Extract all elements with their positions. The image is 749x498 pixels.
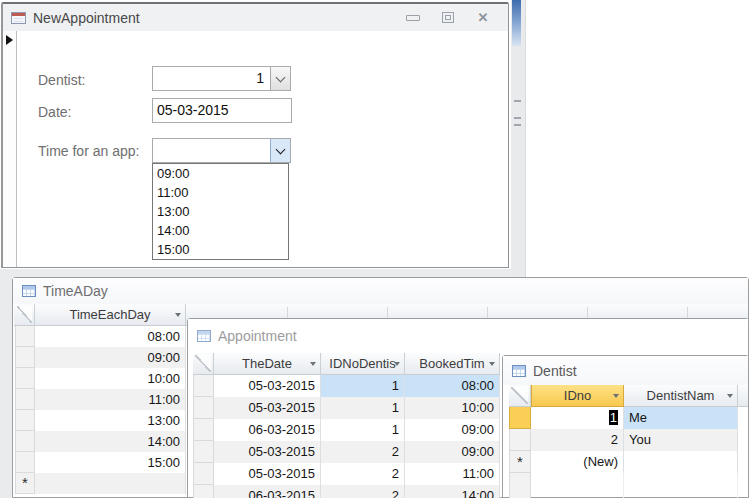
new-record-selector[interactable]: *	[509, 451, 531, 473]
record-selector[interactable]	[15, 326, 35, 347]
record-selector[interactable]	[193, 375, 214, 397]
record-selector[interactable]	[15, 452, 35, 473]
record-selector[interactable]	[15, 431, 35, 452]
time-combobox-dropdown-button[interactable]	[270, 139, 290, 162]
column-header-idnodentis[interactable]: IDNoDentis	[321, 353, 405, 375]
cell-dentistnam-new[interactable]	[624, 451, 738, 473]
newappointment-window-title: NewAppointment	[33, 10, 140, 26]
cell-idnodentis-selected[interactable]: 1	[321, 375, 405, 397]
cell-timeeachday[interactable]: 11:00	[35, 389, 186, 410]
select-all-corner[interactable]	[15, 304, 35, 326]
cell-timeeachday[interactable]: 14:00	[35, 431, 186, 452]
table-row: 11:00	[15, 389, 186, 410]
cell-bookedtim[interactable]: 14:00	[405, 485, 500, 498]
cell-thedate[interactable]: 05-03-2015	[214, 375, 321, 397]
cell-timeeachday[interactable]: 10:00	[35, 368, 186, 389]
dropdown-arrow-icon[interactable]	[175, 313, 181, 317]
dropdown-arrow-icon[interactable]	[310, 362, 316, 366]
time-option[interactable]: 14:00	[153, 221, 288, 240]
time-option[interactable]: 09:00	[153, 164, 288, 183]
record-selector[interactable]	[193, 397, 214, 419]
background-window-edge	[511, 0, 526, 278]
dropdown-arrow-icon[interactable]	[727, 394, 733, 398]
newappointment-titlebar[interactable]: NewAppointment	[3, 4, 508, 32]
date-field[interactable]: 05-03-2015	[152, 98, 292, 123]
cell-idno-new[interactable]: (New)	[531, 451, 624, 473]
dropdown-arrow-icon[interactable]	[613, 394, 619, 398]
cell-thedate[interactable]: 05-03-2015	[214, 441, 321, 463]
record-selector[interactable]	[15, 389, 35, 410]
time-option[interactable]: 15:00	[153, 240, 288, 259]
cell-thedate[interactable]: 06-03-2015	[214, 485, 321, 498]
workspace-background-left	[0, 277, 12, 498]
appointment-titlebar[interactable]: Appointment	[188, 319, 748, 353]
dentist-titlebar[interactable]: Dentist	[503, 356, 748, 385]
time-label: Time for an app:	[38, 139, 139, 164]
minimize-icon	[406, 15, 420, 21]
cell-idnodentis[interactable]: 2	[321, 463, 405, 485]
record-selector[interactable]	[193, 463, 214, 485]
table-row: 1 Me	[509, 407, 738, 429]
select-all-corner[interactable]	[193, 353, 214, 375]
current-record-icon	[6, 35, 13, 45]
minimize-button[interactable]	[402, 10, 424, 25]
restore-button[interactable]	[437, 10, 459, 25]
cell-bookedtim[interactable]: 09:00	[405, 419, 500, 441]
workspace-background-band	[0, 269, 512, 277]
column-header-dentistnam[interactable]: DentistNam	[624, 385, 738, 407]
column-header-bookedtim[interactable]: BookedTim	[405, 353, 500, 375]
cell-timeeachday[interactable]: 08:00	[35, 326, 186, 347]
timeaday-titlebar[interactable]: TimeADay	[13, 278, 748, 304]
column-header-thedate[interactable]: TheDate	[214, 353, 321, 375]
cell-idnodentis[interactable]: 2	[321, 441, 405, 463]
dropdown-arrow-icon[interactable]	[394, 362, 400, 366]
window-buttons	[402, 10, 494, 25]
current-record-selector[interactable]	[509, 407, 531, 429]
column-header-timeeachday[interactable]: TimeEachDay	[35, 304, 186, 326]
cell-bookedtim[interactable]: 09:00	[405, 441, 500, 463]
cell-idno[interactable]: 2	[531, 429, 624, 451]
cell-timeeachday[interactable]: 13:00	[35, 410, 186, 431]
dentist-combobox[interactable]: 1	[152, 66, 291, 91]
form-record-selector-bar[interactable]	[3, 31, 17, 267]
cell-idnodentis[interactable]: 1	[321, 419, 405, 441]
cell-idnodentis[interactable]: 1	[321, 397, 405, 419]
record-selector[interactable]	[509, 429, 531, 451]
cell-timeeachday[interactable]: 09:00	[35, 347, 186, 368]
diagonal-icon	[17, 306, 32, 323]
newappointment-window: NewAppointment Dentist: 1 Date: 05-03-20…	[1, 2, 509, 268]
record-selector[interactable]	[15, 347, 35, 368]
record-selector[interactable]	[193, 485, 214, 498]
new-record-selector[interactable]: *	[15, 473, 35, 494]
cell-bookedtim[interactable]: 10:00	[405, 397, 500, 419]
select-all-corner[interactable]	[509, 385, 531, 407]
time-option[interactable]: 13:00	[153, 202, 288, 221]
cell-idno-active[interactable]: 1	[531, 407, 624, 429]
table-row: 08:00	[15, 326, 186, 347]
dentist-header-band	[738, 385, 748, 407]
cell-thedate[interactable]: 05-03-2015	[214, 397, 321, 419]
cell-bookedtim[interactable]: 11:00	[405, 463, 500, 485]
time-combobox[interactable]	[152, 138, 291, 163]
cell-bookedtim-selected[interactable]: 08:00	[405, 375, 500, 397]
record-selector[interactable]	[15, 368, 35, 389]
record-selector[interactable]	[193, 441, 214, 463]
close-button[interactable]	[472, 10, 494, 25]
diagonal-icon	[195, 355, 211, 372]
cell-dentistnam-selected[interactable]: Me	[624, 407, 738, 429]
dentist-combobox-dropdown-button[interactable]	[270, 67, 290, 90]
time-option[interactable]: 11:00	[153, 183, 288, 202]
cell-dentistnam[interactable]: You	[624, 429, 738, 451]
column-header-idno-active[interactable]: IDno	[531, 385, 624, 407]
cell-timeeachday[interactable]: 15:00	[35, 452, 186, 473]
table-row: 06-03-2015 1 09:00	[193, 419, 500, 441]
record-selector[interactable]	[193, 419, 214, 441]
empty-area-row	[509, 473, 738, 498]
cell-thedate[interactable]: 05-03-2015	[214, 463, 321, 485]
cell-timeeachday-new[interactable]	[35, 473, 186, 494]
cell-thedate[interactable]: 06-03-2015	[214, 419, 321, 441]
dropdown-arrow-icon[interactable]	[489, 362, 495, 366]
record-selector[interactable]	[15, 410, 35, 431]
cell-idnodentis[interactable]: 2	[321, 485, 405, 498]
new-record-row: * (New)	[509, 451, 738, 473]
